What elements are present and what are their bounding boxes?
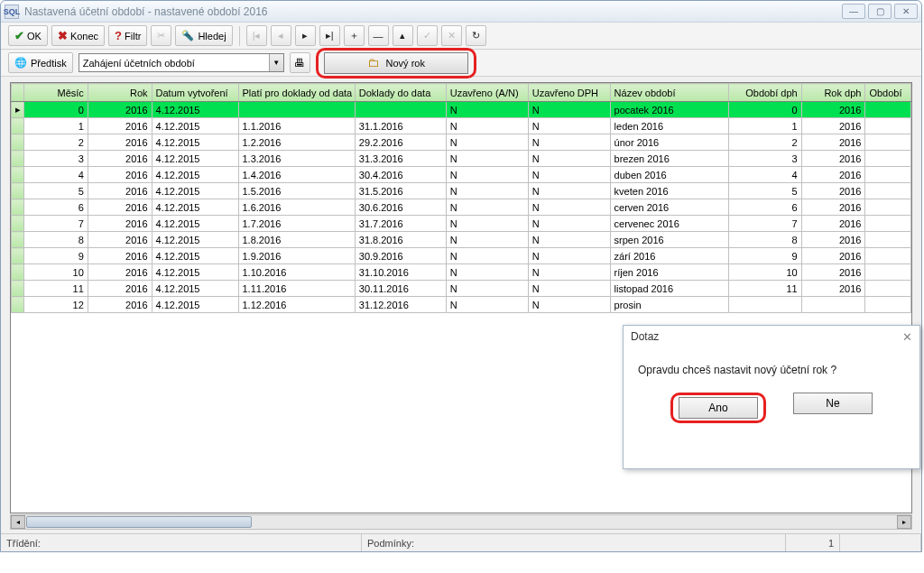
cell[interactable]: 1.10.2016 [238,264,355,281]
cell[interactable] [865,216,911,232]
cell[interactable]: 12 [24,297,88,313]
cell[interactable]: N [528,183,610,199]
cell[interactable]: N [528,167,610,183]
cell[interactable]: 2016 [88,118,152,134]
scroll-right-icon[interactable]: ▸ [897,515,911,529]
col-uzav[interactable]: Uzavřeno (A/N) [446,84,528,102]
cell[interactable]: 30.9.2016 [355,248,446,264]
col-obdobi[interactable]: Období [865,84,911,102]
cell[interactable]: zárí 2016 [610,248,728,264]
cell[interactable]: cerven 2016 [610,199,728,216]
cell[interactable]: 1.12.2016 [238,297,355,313]
cell[interactable]: 3 [728,151,801,167]
cell[interactable]: 6 [24,199,88,216]
nav-next-button[interactable]: ▸ [295,25,316,46]
cell[interactable]: 4.12.2015 [152,167,238,183]
cell[interactable]: 4.12.2015 [152,232,238,248]
table-row[interactable]: ▸020164.12.2015NNpocatek 201602016 [12,102,911,118]
cell[interactable]: N [446,118,528,134]
cell[interactable]: 31.1.2016 [355,118,446,134]
up-button[interactable]: ▴ [393,25,413,46]
ok-button[interactable]: ✔OK [8,25,48,46]
cell[interactable]: únor 2016 [610,134,728,151]
cell[interactable]: N [528,297,610,313]
report-dropdown[interactable]: ▼ [79,53,284,72]
remove-button[interactable]: — [368,25,389,46]
cell[interactable]: prosin [610,297,728,313]
cell[interactable]: N [446,297,528,313]
cell[interactable]: N [446,232,528,248]
chevron-down-icon[interactable]: ▼ [269,54,283,71]
cell[interactable]: 4.12.2015 [152,248,238,264]
cell[interactable]: 30.11.2016 [355,281,446,297]
col-uzavdph[interactable]: Uzavřeno DPH [528,84,610,102]
refresh-button[interactable]: ↻ [466,25,486,46]
scroll-left-icon[interactable]: ◂ [11,515,25,529]
cell[interactable]: listopad 2016 [610,281,728,297]
cell[interactable] [865,134,911,151]
cell[interactable]: 8 [24,232,88,248]
cell[interactable] [865,151,911,167]
dialog-yes-button[interactable]: Ano [679,397,758,419]
cell[interactable]: 9 [24,248,88,264]
cell[interactable]: 2016 [801,151,865,167]
cell[interactable]: 9 [728,248,801,264]
cell[interactable]: N [528,216,610,232]
horizontal-scrollbar[interactable]: ◂ ▸ [10,514,912,530]
cell[interactable]: 2016 [88,167,152,183]
report-dropdown-input[interactable] [79,54,269,71]
cell[interactable]: 1.3.2016 [238,151,355,167]
cell[interactable] [865,297,911,313]
cell[interactable]: 2 [24,134,88,151]
cell[interactable]: 2016 [88,216,152,232]
cell[interactable] [238,102,355,118]
nav-last-button[interactable]: ▸| [319,25,340,46]
cell[interactable]: N [446,264,528,281]
col-plati[interactable]: Platí pro doklady od data [238,84,355,102]
cell[interactable]: 2016 [88,264,152,281]
cell[interactable]: 1.2.2016 [238,134,355,151]
cell[interactable]: 4.12.2015 [152,118,238,134]
cell[interactable]: pocatek 2016 [610,102,728,118]
nav-first-button[interactable]: |◂ [246,25,267,46]
cell[interactable]: 2016 [801,199,865,216]
table-row[interactable]: 120164.12.20151.1.201631.1.2016NNleden 2… [12,118,911,134]
table-row[interactable]: 420164.12.20151.4.201630.4.2016NNduben 2… [12,167,911,183]
col-nazev[interactable]: Název období [610,84,728,102]
table-row[interactable]: 1120164.12.20151.11.201630.11.2016NNlist… [12,281,911,297]
cell[interactable]: cervenec 2016 [610,216,728,232]
cell[interactable]: 2016 [801,232,865,248]
cell[interactable]: 2016 [801,134,865,151]
add-button[interactable]: ＋ [344,25,365,46]
cell[interactable]: 4 [24,167,88,183]
cell[interactable] [865,281,911,297]
table-row[interactable]: 1020164.12.20151.10.201631.10.2016NNríje… [12,264,911,281]
cell[interactable]: 31.8.2016 [355,232,446,248]
cell[interactable]: 1.4.2016 [238,167,355,183]
cell[interactable]: N [446,248,528,264]
cell[interactable]: 4.12.2015 [152,216,238,232]
cell[interactable]: 1.8.2016 [238,232,355,248]
col-doklad[interactable]: Doklady do data [355,84,446,102]
cell[interactable]: 1.9.2016 [238,248,355,264]
cell[interactable]: 2016 [801,118,865,134]
cell[interactable]: 4.12.2015 [152,199,238,216]
cell[interactable]: 31.3.2016 [355,151,446,167]
cell[interactable]: srpen 2016 [610,232,728,248]
cell[interactable]: brezen 2016 [610,151,728,167]
cell[interactable]: 1.5.2016 [238,183,355,199]
cell[interactable]: 3 [24,151,88,167]
cell[interactable]: 2016 [88,232,152,248]
cell[interactable]: N [528,281,610,297]
filtr-button[interactable]: ?Filtr [108,25,147,46]
scroll-thumb[interactable] [26,516,252,528]
cell[interactable]: 4 [728,167,801,183]
cell[interactable]: kveten 2016 [610,183,728,199]
cell[interactable]: N [446,151,528,167]
cell[interactable]: 2016 [88,102,152,118]
cell[interactable] [865,248,911,264]
table-row[interactable]: 220164.12.20151.2.201629.2.2016NNúnor 20… [12,134,911,151]
table-row[interactable]: 920164.12.20151.9.201630.9.2016NNzárí 20… [12,248,911,264]
dialog-no-button[interactable]: Ne [793,393,873,414]
cell[interactable] [865,264,911,281]
